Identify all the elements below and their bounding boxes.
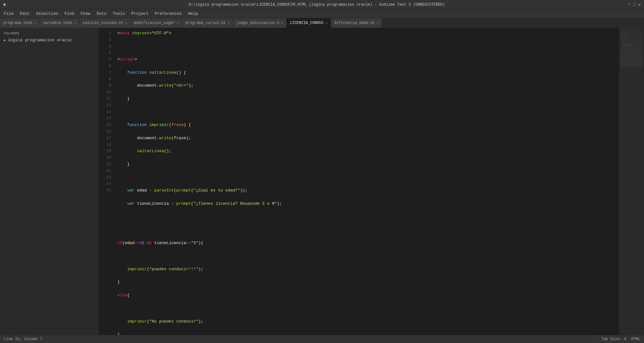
minimap-content: ───────── ─── ───────── ─────── ─ ──────… (620, 29, 643, 67)
title-bar: ■ D:\logica programacion oracle\LICENCIA… (0, 0, 644, 9)
tab-size: Tab Size: 4 (601, 337, 626, 341)
line-numbers: 1 2 3 4 5 6 7 8 9 10 11 12 13 14 15 16 1… (99, 28, 115, 335)
tabs-bar: programa.html ✕ variable.html ✕ calculo_… (0, 18, 644, 28)
menu-help[interactable]: Help (186, 10, 200, 17)
menu-view[interactable]: View (78, 10, 93, 17)
folder-arrow-icon: ▶ (4, 38, 6, 42)
minimize-button[interactable]: ─ (628, 2, 630, 7)
folder-item[interactable]: ▶ logica programacion oracle (0, 37, 99, 44)
tab-licencia[interactable]: LICENCIA_CONDUC ✕ (287, 18, 331, 28)
tab-label: modificacion_suger (134, 21, 175, 25)
tab-close-icon[interactable]: ✕ (228, 21, 230, 25)
window-title: D:\logica programacion oracle\LICENCIA_C… (6, 3, 628, 7)
tab-close-icon[interactable]: ✕ (177, 21, 179, 25)
tab-close-icon[interactable]: ✕ (377, 21, 379, 25)
tab-label: calculo_consumo.ht (83, 21, 124, 25)
tab-label: variable.html (43, 21, 73, 25)
menu-goto[interactable]: Goto (94, 10, 109, 17)
menu-file[interactable]: File (1, 10, 16, 17)
tab-label: diferencia_edad.ht (334, 21, 375, 25)
tab-close-icon[interactable]: ✕ (126, 21, 127, 25)
maximize-button[interactable]: □ (633, 2, 636, 7)
tab-close-icon[interactable]: ✕ (35, 21, 36, 25)
folders-label: FOLDERS (0, 30, 99, 37)
status-bar: Line 21, Column 7 Tab Size: 4 HTML (0, 335, 644, 343)
code-editor[interactable]: <meta charset="UTF-8"> <script> function… (115, 28, 619, 335)
tab-programa-curso2[interactable]: programa_curso2.ht ✕ (182, 18, 233, 28)
file-type: HTML (631, 337, 640, 341)
tab-variable-html[interactable]: variable.html ✕ (40, 18, 80, 28)
tab-label: programa.html (3, 21, 33, 25)
menu-preferences[interactable]: Preferences (152, 10, 184, 17)
folder-name: logica programacion oracle (8, 38, 72, 43)
menu-selection[interactable]: Selection (33, 10, 60, 17)
menu-find[interactable]: Find (62, 10, 77, 17)
tab-juego[interactable]: juego_adivinacion.h ✕ (233, 18, 287, 28)
menu-tools[interactable]: Tools (110, 10, 127, 17)
tab-programa-html[interactable]: programa.html ✕ (0, 18, 40, 28)
sidebar: FOLDERS ▶ logica programacion oracle (0, 28, 99, 335)
menu-project[interactable]: Project (129, 10, 151, 17)
tab-calculo[interactable]: calculo_consumo.ht ✕ (80, 18, 131, 28)
close-button[interactable]: ✕ (638, 2, 641, 7)
cursor-position: Line 21, Column 7 (4, 337, 42, 341)
main-layout: FOLDERS ▶ logica programacion oracle 1 2… (0, 28, 644, 335)
tab-modificacion[interactable]: modificacion_suger ✕ (131, 18, 182, 28)
menu-edit[interactable]: Edit (17, 10, 32, 17)
minimap: ───────── ─── ───────── ─────── ─ ──────… (619, 28, 644, 335)
tab-close-icon[interactable]: ✕ (326, 21, 328, 25)
tab-label: programa_curso2.ht (185, 21, 226, 25)
menu-bar: File Edit Selection Find View Goto Tools… (0, 9, 644, 18)
tab-close-icon[interactable]: ✕ (281, 21, 283, 25)
window-controls[interactable]: ─ □ ✕ (628, 2, 641, 7)
app-icon: ■ (3, 2, 6, 7)
editor-container: 1 2 3 4 5 6 7 8 9 10 11 12 13 14 15 16 1… (99, 28, 644, 335)
tab-label: LICENCIA_CONDUC (290, 21, 324, 25)
tab-diferencia[interactable]: diferencia_edad.ht ✕ (331, 18, 382, 28)
editor[interactable]: 1 2 3 4 5 6 7 8 9 10 11 12 13 14 15 16 1… (99, 28, 644, 335)
tab-label: juego_adivinacion.h (236, 21, 279, 25)
tab-close-icon[interactable]: ✕ (74, 21, 76, 25)
